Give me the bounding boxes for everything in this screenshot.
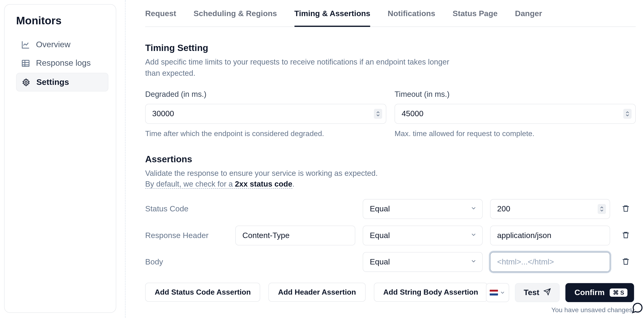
tab-status-page[interactable]: Status Page bbox=[452, 3, 498, 27]
add-status-assert-button[interactable]: Add Status Code Assertion bbox=[145, 283, 260, 302]
chart-line-icon bbox=[21, 40, 30, 49]
stepper-icon[interactable] bbox=[598, 204, 606, 214]
assert-op-select[interactable] bbox=[363, 199, 482, 219]
assert-op-select[interactable] bbox=[363, 226, 482, 245]
table-icon bbox=[21, 59, 30, 68]
tab-request[interactable]: Request bbox=[145, 3, 176, 27]
assert-label: Response Header bbox=[145, 231, 228, 240]
tab-danger[interactable]: Danger bbox=[515, 3, 542, 27]
stepper-icon[interactable] bbox=[374, 109, 382, 119]
svg-point-1 bbox=[25, 81, 27, 83]
assert-value-input[interactable] bbox=[490, 226, 610, 245]
delete-assert-button[interactable] bbox=[618, 201, 634, 217]
sidebar-item-overview[interactable]: Overview bbox=[16, 36, 108, 53]
sidebar-item-label: Overview bbox=[36, 40, 70, 49]
assert-label: Status Code bbox=[145, 205, 228, 214]
tab-timing-assertions[interactable]: Timing & Assertions bbox=[294, 3, 370, 27]
chat-icon[interactable] bbox=[629, 299, 644, 316]
sidebar-item-settings[interactable]: Settings bbox=[16, 73, 108, 92]
footer: Test Confirm ⌘ S You have unsaved change… bbox=[486, 283, 634, 314]
degraded-label: Degraded (in ms.) bbox=[145, 90, 386, 99]
send-icon bbox=[544, 288, 551, 297]
chevron-down-icon bbox=[500, 290, 506, 295]
assertions-section: Assertions Validate the response to ensu… bbox=[145, 154, 636, 302]
timeout-help: Max. time allowed for request to complet… bbox=[395, 129, 636, 138]
assert-row-status: Status Code bbox=[145, 199, 636, 219]
shortcut-badge: ⌘ S bbox=[610, 288, 628, 297]
timeout-input[interactable] bbox=[395, 104, 636, 124]
delete-assert-button[interactable] bbox=[618, 254, 634, 270]
timeout-label: Timeout (in ms.) bbox=[395, 90, 636, 99]
sidebar: Monitors Overview Response logs Settings bbox=[4, 4, 116, 313]
assertions-title: Assertions bbox=[145, 154, 636, 165]
region-select[interactable] bbox=[486, 283, 509, 302]
sidebar-title: Monitors bbox=[16, 15, 108, 27]
sidebar-item-label: Response logs bbox=[36, 59, 91, 68]
timing-desc: Add specific time limits to your request… bbox=[145, 57, 460, 79]
assertions-desc: Validate the response to ensure your ser… bbox=[145, 168, 460, 190]
tab-scheduling[interactable]: Scheduling & Regions bbox=[194, 3, 277, 27]
test-button[interactable]: Test bbox=[515, 283, 560, 302]
assert-row-body: Body bbox=[145, 252, 636, 272]
assert-key-input[interactable] bbox=[235, 226, 355, 245]
unsaved-changes-text: You have unsaved changes bbox=[551, 306, 632, 314]
timing-section: Timing Setting Add specific time limits … bbox=[145, 43, 636, 138]
confirm-button[interactable]: Confirm ⌘ S bbox=[565, 283, 634, 302]
stepper-icon[interactable] bbox=[623, 109, 632, 119]
add-header-assert-button[interactable]: Add Header Assertion bbox=[268, 283, 366, 302]
trash-icon bbox=[622, 231, 630, 240]
assert-label: Body bbox=[145, 257, 228, 266]
assert-value-input[interactable] bbox=[490, 252, 610, 272]
degraded-help: Time after which the endpoint is conside… bbox=[145, 129, 386, 138]
sidebar-item-label: Settings bbox=[36, 77, 69, 87]
assert-value-input[interactable] bbox=[490, 199, 610, 219]
tab-notifications[interactable]: Notifications bbox=[388, 3, 435, 27]
flag-nl-icon bbox=[490, 290, 498, 295]
assert-row-header: Response Header bbox=[145, 226, 636, 245]
svg-rect-0 bbox=[22, 60, 29, 66]
degraded-input[interactable] bbox=[145, 104, 386, 124]
trash-icon bbox=[622, 204, 630, 214]
trash-icon bbox=[622, 257, 630, 267]
gear-icon bbox=[22, 78, 30, 87]
test-label: Test bbox=[524, 288, 539, 297]
sidebar-item-response-logs[interactable]: Response logs bbox=[16, 54, 108, 72]
confirm-label: Confirm bbox=[574, 288, 604, 297]
timing-title: Timing Setting bbox=[145, 43, 636, 53]
delete-assert-button[interactable] bbox=[618, 227, 634, 244]
assert-op-select[interactable] bbox=[363, 252, 482, 272]
tabs: Request Scheduling & Regions Timing & As… bbox=[145, 3, 636, 27]
add-body-assert-button[interactable]: Add String Body Assertion bbox=[374, 283, 488, 302]
